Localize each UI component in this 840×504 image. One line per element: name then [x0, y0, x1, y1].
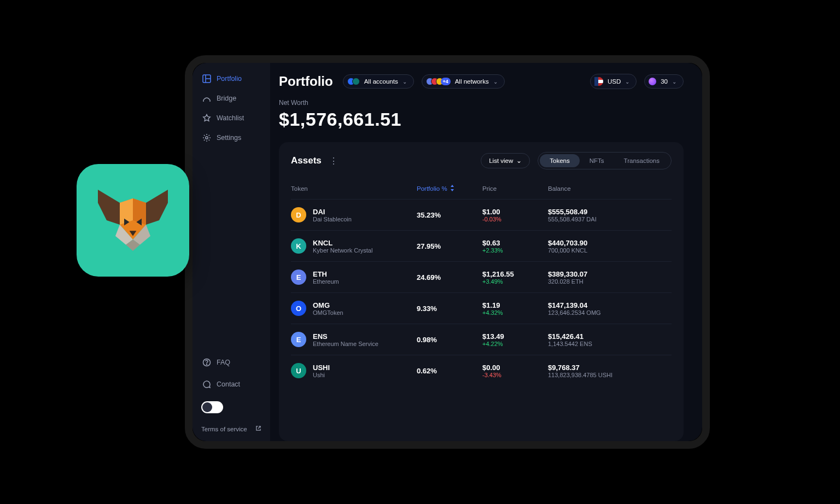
- bridge-icon: [202, 94, 211, 103]
- sidebar: Portfolio Bridge Watchlist: [192, 63, 270, 441]
- sidebar-item-label: Watchlist: [217, 114, 244, 122]
- table-row[interactable]: K KNCL Kyber Network Crystal 27.95% $0.6…: [291, 230, 672, 261]
- chevron-down-icon: ⌄: [672, 79, 676, 85]
- token-symbol: ENS: [313, 332, 378, 341]
- assets-header: Assets ⋮ List view ⌄ Tokens NFTs Transac…: [291, 152, 672, 169]
- price-cell: $1.00 -0.03%: [482, 208, 542, 222]
- price-value: $0.00: [482, 364, 542, 372]
- token-name: Ethereum: [313, 278, 339, 285]
- table-row[interactable]: O OMG OMGToken 9.33% $1.19 +4.32% $147,1…: [291, 292, 672, 324]
- table-row[interactable]: E ENS Ethereum Name Service 0.98% $13.49…: [291, 324, 672, 355]
- token-symbol: OMG: [313, 301, 343, 309]
- theme-toggle[interactable]: [201, 401, 223, 413]
- sort-icon: [450, 185, 455, 192]
- sidebar-item-faq[interactable]: FAQ: [198, 353, 265, 372]
- token-cell: E ENS Ethereum Name Service: [291, 332, 411, 347]
- price-change: +4.32%: [482, 309, 542, 316]
- currency-selector[interactable]: USD ⌄: [590, 74, 637, 89]
- token-icon: E: [291, 269, 306, 285]
- help-icon: [202, 358, 211, 367]
- token-cell: E ETH Ethereum: [291, 269, 411, 285]
- token-symbol: ETH: [313, 270, 339, 278]
- chevron-down-icon: ⌄: [625, 79, 629, 85]
- assets-card: Assets ⋮ List view ⌄ Tokens NFTs Transac…: [279, 142, 684, 441]
- svg-marker-8: [98, 190, 120, 225]
- tab-transactions[interactable]: Transactions: [614, 154, 669, 167]
- list-view-label: List view: [489, 157, 513, 164]
- sidebar-footer: FAQ Contact Terms of service: [198, 353, 265, 432]
- balance-token: 320.028 ETH: [548, 278, 672, 285]
- price-value: $1.00: [482, 208, 542, 216]
- page-title: Portfolio: [279, 74, 333, 89]
- balance-cell: $147,139.04 123,646.2534 OMG: [548, 301, 672, 316]
- us-flag-icon: [594, 77, 603, 86]
- token-icon: K: [291, 238, 306, 254]
- col-portfolio[interactable]: Portfolio %: [417, 185, 477, 192]
- price-change: +2.33%: [482, 247, 542, 254]
- gear-icon: [202, 133, 211, 142]
- portfolio-percent: 0.62%: [417, 367, 477, 375]
- networks-avatars: +4: [426, 78, 451, 85]
- balance-usd: $389,330.07: [548, 270, 672, 278]
- balance-token: 1,143.5442 ENS: [548, 341, 672, 347]
- portfolio-percent: 24.69%: [417, 273, 477, 282]
- tab-group: Tokens NFTs Transactions: [538, 152, 672, 169]
- price-value: $13.49: [482, 332, 542, 341]
- sidebar-item-bridge[interactable]: Bridge: [198, 89, 265, 108]
- balance-token: 555,508.4937 DAI: [548, 216, 672, 222]
- sidebar-item-settings[interactable]: Settings: [198, 128, 265, 147]
- balance-cell: $15,426.41 1,143.5442 ENS: [548, 332, 672, 347]
- chevron-down-icon: ⌄: [493, 79, 498, 85]
- table-row[interactable]: E ETH Ethereum 24.69% $1,216.55 +3.49% $…: [291, 261, 672, 292]
- gas-selector[interactable]: 30 ⌄: [644, 74, 684, 89]
- networks-label: All networks: [455, 78, 489, 85]
- app-screen: Portfolio Bridge Watchlist: [192, 63, 702, 441]
- balance-usd: $555,508.49: [548, 208, 672, 216]
- networks-extra-badge: +4: [441, 78, 451, 85]
- external-link-icon: [255, 425, 261, 432]
- accounts-avatars: [347, 78, 360, 85]
- sidebar-item-label: FAQ: [217, 359, 230, 366]
- networks-selector[interactable]: +4 All networks ⌄: [422, 74, 505, 89]
- col-portfolio-label: Portfolio %: [417, 185, 447, 192]
- net-worth-label: Net Worth: [279, 99, 684, 107]
- token-symbol: USHI: [313, 364, 330, 372]
- sidebar-item-label: Portfolio: [217, 75, 242, 83]
- table-row[interactable]: D DAI Dai Stablecoin 35.23% $1.00 -0.03%…: [291, 199, 672, 230]
- star-icon: [202, 114, 211, 122]
- price-cell: $0.63 +2.33%: [482, 239, 542, 254]
- assets-menu-icon[interactable]: ⋮: [329, 156, 338, 166]
- col-balance: Balance: [548, 185, 672, 192]
- token-symbol: KNCL: [313, 239, 372, 247]
- chat-icon: [202, 380, 211, 389]
- table-row[interactable]: U USHI Ushi 0.62% $0.00 -3.43% $9,768.37…: [291, 355, 672, 386]
- svg-marker-9: [146, 190, 168, 225]
- accounts-selector[interactable]: All accounts ⌄: [343, 74, 414, 89]
- token-icon: U: [291, 363, 306, 378]
- currency-label: USD: [608, 78, 621, 85]
- sidebar-item-portfolio[interactable]: Portfolio: [198, 69, 265, 88]
- token-cell: D DAI Dai Stablecoin: [291, 207, 411, 222]
- sidebar-item-watchlist[interactable]: Watchlist: [198, 109, 265, 127]
- table-body: D DAI Dai Stablecoin 35.23% $1.00 -0.03%…: [291, 199, 672, 386]
- tab-nfts[interactable]: NFTs: [580, 154, 614, 167]
- toggle-knob: [202, 402, 212, 412]
- price-cell: $0.00 -3.43%: [482, 364, 542, 378]
- sidebar-item-label: Contact: [217, 380, 240, 388]
- terms-of-service-link[interactable]: Terms of service: [198, 420, 265, 432]
- assets-title: Assets: [291, 155, 322, 166]
- main-content: Portfolio All accounts ⌄ +4: [270, 63, 702, 441]
- portfolio-percent: 0.98%: [417, 336, 477, 344]
- col-token: Token: [291, 185, 411, 192]
- price-cell: $1,216.55 +3.49%: [482, 270, 542, 285]
- token-cell: U USHI Ushi: [291, 363, 411, 378]
- svg-point-5: [206, 137, 208, 139]
- price-value: $0.63: [482, 239, 542, 247]
- svg-point-7: [206, 364, 207, 365]
- token-name: Ethereum Name Service: [313, 341, 378, 347]
- tab-tokens[interactable]: Tokens: [540, 154, 579, 167]
- price-change: +4.22%: [482, 341, 542, 347]
- sidebar-item-contact[interactable]: Contact: [198, 375, 265, 394]
- list-view-selector[interactable]: List view ⌄: [481, 153, 530, 168]
- fox-icon: [89, 177, 177, 264]
